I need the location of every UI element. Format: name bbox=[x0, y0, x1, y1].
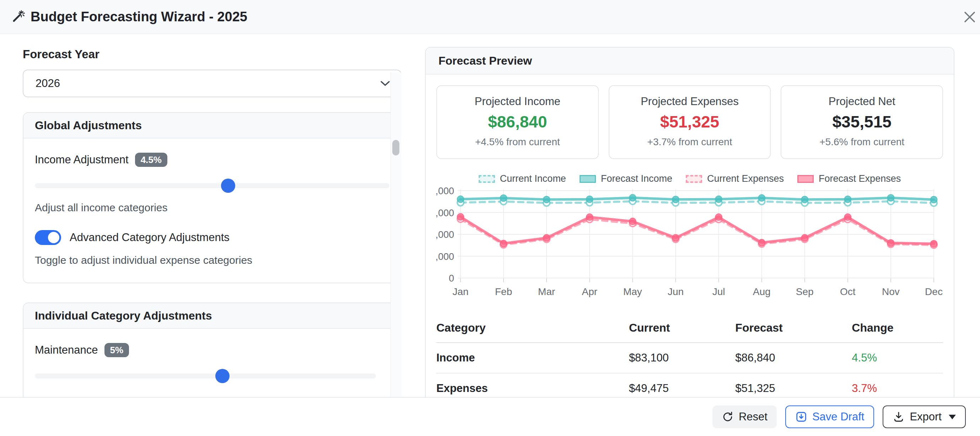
forecast-year-label: Forecast Year bbox=[23, 48, 401, 61]
cell-category: Expenses bbox=[436, 373, 629, 397]
stat-change: +4.5% from current bbox=[437, 136, 598, 148]
svg-text:Sep: Sep bbox=[796, 286, 814, 297]
income-adjustment-slider-thumb[interactable] bbox=[221, 179, 235, 193]
toggle-knob bbox=[48, 232, 59, 243]
magic-wand-icon bbox=[11, 10, 25, 24]
svg-text:0: 0 bbox=[449, 273, 454, 284]
svg-text:Nov: Nov bbox=[882, 286, 900, 297]
page-title: Budget Forecasting Wizard - 2025 bbox=[11, 9, 247, 24]
cell-change: 3.7% bbox=[852, 373, 943, 397]
caret-down-icon bbox=[949, 415, 956, 419]
stat-cards: Projected Income $86,840 +4.5% from curr… bbox=[436, 85, 943, 159]
svg-text:6,000: 6,000 bbox=[436, 208, 454, 218]
save-draft-button[interactable]: Save Draft bbox=[785, 406, 874, 428]
save-icon bbox=[795, 411, 807, 423]
category-badge: 5% bbox=[105, 343, 129, 357]
income-adjustment-caption: Adjust all income categories bbox=[35, 202, 390, 214]
income-adjustment-slider[interactable] bbox=[35, 183, 390, 188]
svg-text:May: May bbox=[623, 286, 642, 297]
svg-text:Jul: Jul bbox=[713, 286, 725, 297]
forecast-preview-panel: Forecast Preview Projected Income $86,84… bbox=[425, 47, 955, 397]
close-button[interactable] bbox=[960, 8, 979, 27]
stat-change: +3.7% from current bbox=[609, 136, 770, 148]
dialog-body: Forecast Year 2026 Global Adjustments In… bbox=[0, 34, 980, 397]
refresh-icon bbox=[722, 411, 734, 423]
export-button[interactable]: Export bbox=[883, 406, 966, 428]
table-header-row: Category Current Forecast Change bbox=[436, 319, 943, 342]
forecast-year-value: 2026 bbox=[35, 77, 60, 90]
category-list-scrollbar[interactable] bbox=[390, 303, 401, 397]
global-adjustments-title: Global Adjustments bbox=[24, 113, 401, 138]
svg-text:8,000: 8,000 bbox=[436, 186, 454, 197]
reset-button[interactable]: Reset bbox=[713, 406, 777, 428]
settings-column: Forecast Year 2026 Global Adjustments In… bbox=[23, 48, 401, 397]
advanced-adjustments-toggle[interactable] bbox=[35, 230, 61, 245]
income-adjustment-label: Income Adjustment bbox=[35, 154, 129, 166]
legend-swatch-icon bbox=[479, 175, 495, 183]
forecast-preview-title: Forecast Preview bbox=[426, 48, 954, 75]
chevron-down-icon bbox=[380, 80, 390, 87]
svg-text:Mar: Mar bbox=[538, 286, 555, 297]
stat-card: Projected Expenses $51,325 +3.7% from cu… bbox=[609, 85, 771, 159]
stat-value: $86,840 bbox=[437, 112, 598, 132]
stat-label: Projected Expenses bbox=[609, 95, 770, 108]
advanced-adjustments-caption: Toggle to adjust individual expense cate… bbox=[35, 254, 390, 266]
legend-label: Forecast Expenses bbox=[819, 173, 901, 184]
stat-card: Projected Net $35,515 +5.6% from current bbox=[781, 85, 943, 159]
legend-swatch-icon bbox=[797, 175, 814, 183]
col-change: Change bbox=[852, 319, 943, 342]
stat-change: +5.6% from current bbox=[781, 136, 942, 148]
advanced-adjustments-label: Advanced Category Adjustments bbox=[70, 231, 229, 244]
forecast-year-select[interactable]: 2026 bbox=[23, 70, 401, 97]
svg-text:Apr: Apr bbox=[582, 286, 597, 297]
cell-current: $49,475 bbox=[629, 373, 735, 397]
budget-forecasting-wizard: Budget Forecasting Wizard - 2025 Forecas… bbox=[0, 0, 980, 436]
individual-adjustments-title: Individual Category Adjustments bbox=[24, 303, 401, 329]
cell-forecast: $86,840 bbox=[735, 342, 852, 373]
category-slider[interactable] bbox=[35, 374, 376, 379]
dialog-footer: Reset Save Draft Export bbox=[0, 397, 980, 436]
page-title-text: Budget Forecasting Wizard - 2025 bbox=[30, 9, 247, 24]
stat-label: Projected Income bbox=[437, 95, 598, 108]
legend-swatch-icon bbox=[686, 175, 702, 183]
global-adjustments-card: Global Adjustments Income Adjustment 4.5… bbox=[23, 112, 401, 283]
cell-current: $83,100 bbox=[629, 342, 735, 373]
svg-text:Feb: Feb bbox=[495, 286, 512, 297]
category-slider-thumb[interactable] bbox=[215, 369, 229, 383]
category-adjustments-list: Maintenance 5% Repairs 5% bbox=[24, 329, 401, 397]
income-adjustment-badge: 4.5% bbox=[135, 153, 167, 167]
svg-text:4,000: 4,000 bbox=[436, 229, 454, 240]
col-forecast: Forecast bbox=[735, 319, 852, 342]
forecast-table: Category Current Forecast Change Income … bbox=[436, 319, 943, 397]
stat-value: $51,325 bbox=[609, 112, 770, 132]
svg-text:2,000: 2,000 bbox=[436, 251, 454, 262]
stat-value: $35,515 bbox=[781, 112, 942, 132]
legend-swatch-icon bbox=[579, 175, 596, 183]
close-icon bbox=[962, 10, 977, 24]
cell-change: 4.5% bbox=[852, 342, 943, 373]
stat-label: Projected Net bbox=[781, 95, 942, 108]
svg-text:Jan: Jan bbox=[452, 286, 468, 297]
chart-legend: Current Income Forecast Income Current E… bbox=[436, 173, 943, 184]
stat-card: Projected Income $86,840 +4.5% from curr… bbox=[436, 85, 599, 159]
legend-label: Current Expenses bbox=[707, 173, 784, 184]
cell-forecast: $51,325 bbox=[735, 373, 852, 397]
legend-item[interactable]: Forecast Expenses bbox=[797, 173, 901, 184]
legend-item[interactable]: Current Expenses bbox=[686, 173, 784, 184]
category-label: Maintenance bbox=[35, 344, 98, 357]
legend-item[interactable]: Forecast Income bbox=[579, 173, 672, 184]
download-icon bbox=[892, 411, 905, 423]
svg-text:Oct: Oct bbox=[840, 286, 856, 297]
table-row: Expenses $49,475 $51,325 3.7% bbox=[436, 373, 943, 397]
svg-text:Jun: Jun bbox=[668, 286, 684, 297]
dialog-header: Budget Forecasting Wizard - 2025 bbox=[0, 0, 980, 34]
svg-text:Aug: Aug bbox=[753, 286, 771, 297]
forecast-chart: Current Income Forecast Income Current E… bbox=[436, 173, 943, 305]
svg-text:Dec: Dec bbox=[925, 286, 943, 297]
line-chart: JanFebMarAprMayJunJulAugSepOctNovDec02,0… bbox=[436, 186, 943, 304]
category-adjustment: Maintenance 5% bbox=[35, 343, 376, 379]
legend-item[interactable]: Current Income bbox=[479, 173, 566, 184]
cell-category: Income bbox=[436, 342, 629, 373]
col-current: Current bbox=[629, 319, 735, 342]
col-category: Category bbox=[436, 319, 629, 342]
